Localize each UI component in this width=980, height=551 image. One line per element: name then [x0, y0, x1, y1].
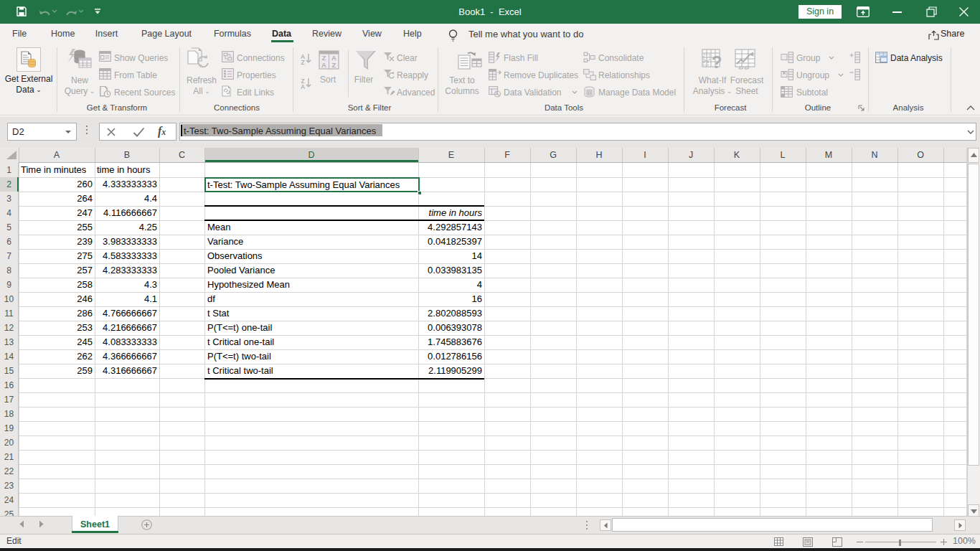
svg-text:?: ? [712, 52, 722, 70]
svg-text:Z: Z [301, 59, 304, 65]
svg-text:Z: Z [332, 61, 336, 69]
svg-text:A: A [321, 61, 326, 69]
svg-text:A: A [301, 83, 305, 90]
